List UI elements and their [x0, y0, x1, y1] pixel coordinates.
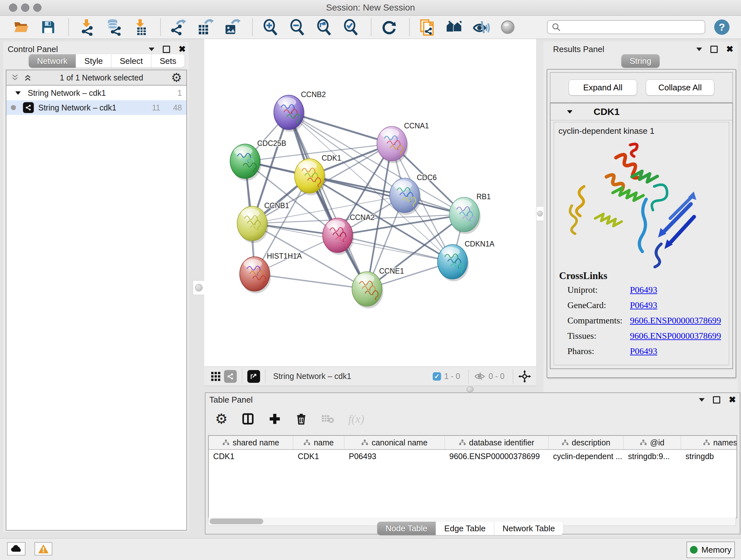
tab-select[interactable]: Select [111, 54, 151, 68]
table-options-gear-icon[interactable]: ⚙ [215, 412, 227, 426]
fit-content-crosshair-icon[interactable] [518, 370, 531, 383]
crosslink-link[interactable]: P06493 [630, 346, 657, 356]
column-header-name[interactable]: name [293, 436, 344, 449]
panel-close-icon[interactable]: ✖ [729, 395, 736, 404]
show-columns-icon[interactable] [242, 413, 254, 425]
tab-style[interactable]: Style [76, 54, 111, 68]
table-cell[interactable]: stringdb [681, 450, 737, 463]
tab-node-table[interactable]: Node Table [377, 522, 436, 535]
tab-sets[interactable]: Sets [151, 54, 185, 68]
section-expander-icon[interactable] [567, 110, 572, 114]
panel-close-icon[interactable]: ✖ [726, 45, 733, 54]
table-cell[interactable]: cyclin-dependent ... [549, 450, 623, 463]
crosslink-row: Uniprot:P06493 [559, 285, 729, 295]
delete-table-icon[interactable] [321, 414, 334, 424]
title-bar: Session: New Session [0, 0, 741, 16]
panel-menu-icon[interactable] [699, 398, 704, 401]
open-in-new-window-icon[interactable] [247, 370, 260, 383]
crosslink-link[interactable]: P06493 [630, 300, 657, 310]
zoom-selected-button[interactable] [341, 18, 360, 37]
refresh-view-button[interactable] [380, 18, 398, 37]
table-header-row: shared namenamecanonical namedatabase id… [209, 436, 737, 450]
table-cell[interactable]: 9606.ENSP00000378699 [445, 450, 549, 463]
table-panel: Table Panel ✖ ⚙ f(x) sha [205, 392, 740, 535]
panel-menu-icon[interactable] [149, 47, 154, 51]
panel-float-icon[interactable] [711, 46, 718, 53]
crosslink-link[interactable]: 9606.ENSP00000378699 [630, 331, 721, 341]
export-table-button[interactable] [196, 18, 214, 37]
left-splitter-handle[interactable] [193, 280, 205, 295]
network-canvas[interactable]: CCNB2CCNA1CDC25BCDK1CDC6RB1CCNB1CCNA2CDK… [204, 39, 536, 367]
column-header-namespace[interactable]: namespace [681, 436, 737, 449]
column-header-description[interactable]: description [549, 436, 623, 449]
hide-selected-button[interactable] [472, 18, 490, 37]
zoom-out-button[interactable] [288, 18, 307, 37]
crosslink-link[interactable]: P06493 [630, 285, 657, 295]
search-field[interactable] [547, 20, 705, 34]
network-share-icon[interactable] [224, 370, 237, 383]
table-toolbar: ⚙ f(x) [215, 408, 364, 429]
open-session-button[interactable] [12, 18, 30, 37]
memory-status-dot [690, 546, 697, 554]
tab-network[interactable]: Network [29, 54, 76, 68]
panel-float-icon[interactable] [713, 396, 720, 403]
node-label-CDK1: CDK1 [322, 154, 341, 162]
collapse-all-chevrons-icon[interactable] [11, 73, 19, 82]
save-session-button[interactable] [39, 18, 57, 37]
add-column-icon[interactable] [268, 413, 281, 425]
node-label-CDC25B: CDC25B [257, 139, 286, 147]
search-input[interactable] [561, 22, 696, 32]
export-image-button[interactable] [223, 18, 241, 37]
cloud-status-button[interactable] [7, 542, 25, 556]
import-network-from-database-button[interactable] [104, 18, 123, 37]
zoom-in-button[interactable] [261, 18, 280, 37]
right-splitter-handle[interactable] [536, 206, 544, 221]
gene-section-header[interactable]: CDK1 [550, 104, 732, 120]
column-header--id[interactable]: @id [623, 436, 681, 449]
table-cell[interactable]: CDK1 [293, 450, 344, 463]
selected-nodes-checkbox[interactable]: ✓ [433, 372, 441, 381]
collection-row[interactable]: String Network – cdk1 1 [6, 85, 186, 100]
warnings-button[interactable] [35, 542, 52, 556]
panel-close-icon[interactable]: ✖ [179, 45, 186, 54]
network-list-options-gear-icon[interactable]: ⚙ [171, 71, 182, 84]
table-cell[interactable]: CDK1 [209, 450, 293, 463]
crosslinks-heading: CrossLinks [559, 270, 729, 282]
column-header-canonical-name[interactable]: canonical name [344, 436, 445, 449]
gene-symbol: CDK1 [594, 106, 620, 117]
hidden-eye-icon[interactable] [474, 372, 485, 381]
help-button[interactable]: ? [714, 19, 730, 35]
tab-network-table[interactable]: Network Table [494, 522, 563, 535]
tab-edge-table[interactable]: Edge Table [436, 522, 494, 535]
open-network-file-button[interactable] [418, 18, 436, 37]
collapse-all-button[interactable]: Collapse All [646, 79, 714, 96]
import-network-from-file-button[interactable] [77, 18, 96, 37]
expand-all-button[interactable]: Expand All [569, 79, 637, 96]
show-eye-button[interactable] [498, 18, 517, 37]
import-table-from-file-button[interactable] [131, 18, 149, 37]
memory-button[interactable]: Memory [686, 542, 735, 558]
collection-expander-icon[interactable] [15, 91, 21, 95]
panel-float-icon[interactable] [163, 46, 170, 53]
file-network-icon [419, 18, 436, 36]
tab-string[interactable]: String [621, 54, 660, 68]
crosslink-link[interactable]: 9606.ENSP00000378699 [630, 315, 721, 326]
zoom-fit-button[interactable] [315, 18, 333, 37]
panel-menu-icon[interactable] [696, 47, 702, 51]
function-builder-icon[interactable]: f(x) [348, 412, 364, 426]
home-pages-button[interactable] [445, 18, 463, 37]
column-header-database-identifier[interactable]: database identifier [445, 436, 549, 449]
horizontal-splitter-handle[interactable] [467, 386, 474, 392]
eye-sphere-icon [499, 19, 516, 36]
expand-all-chevrons-icon[interactable] [23, 73, 32, 82]
export-network-icon [170, 18, 187, 36]
network-row[interactable]: String Network – cdk1 11 48 [6, 100, 186, 115]
network-graph[interactable]: CCNB2CCNA1CDC25BCDK1CDC6RB1CCNB1CCNA2CDK… [204, 39, 536, 367]
grid-view-icon[interactable] [209, 370, 222, 383]
table-cell[interactable]: P06493 [344, 450, 445, 463]
delete-column-trash-icon[interactable] [295, 413, 307, 425]
column-header-shared-name[interactable]: shared name [209, 436, 293, 449]
scrollbar-thumb[interactable] [210, 518, 263, 524]
table-cell[interactable]: stringdb:9... [623, 450, 681, 463]
export-network-button[interactable] [169, 18, 188, 37]
